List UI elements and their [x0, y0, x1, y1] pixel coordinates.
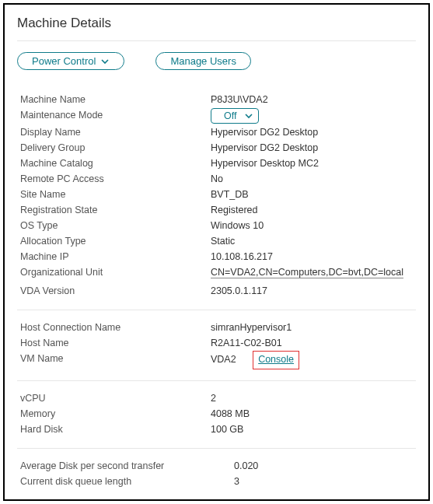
label-maintenance-mode: Maintenance Mode	[20, 107, 211, 124]
label-machine-catalog: Machine Catalog	[20, 156, 211, 171]
chevron-down-icon	[244, 111, 253, 121]
chevron-down-icon	[100, 57, 110, 66]
toolbar: Power Control Manage Users	[17, 52, 416, 70]
value-vcpu: 2	[211, 390, 216, 406]
manage-users-button[interactable]: Manage Users	[155, 52, 251, 70]
value-organizational-unit: CN=VDA2,CN=Computers,DC=bvt,DC=local	[211, 267, 403, 278]
value-vda-version: 2305.0.1.117	[211, 283, 267, 299]
value-machine-ip: 10.108.16.217	[211, 249, 273, 264]
label-vm-name: VM Name	[20, 351, 211, 369]
machine-details-panel: Machine Details Power Control Manage Use…	[3, 3, 430, 501]
divider	[17, 40, 416, 41]
section-resources: vCPU 2 Memory 4088 MB Hard Disk 100 GB	[17, 390, 416, 449]
label-registration-state: Registration State	[20, 202, 211, 218]
value-display-name: Hypervisor DG2 Desktop	[211, 124, 318, 140]
page-title: Machine Details	[17, 16, 416, 31]
value-delivery-group: Hypervisor DG2 Desktop	[211, 140, 318, 156]
value-host-name: R2A11-C02-B01	[211, 335, 282, 351]
label-current-disk-queue: Current disk queue length	[20, 474, 234, 489]
console-link[interactable]: Console	[258, 354, 294, 365]
value-os-type: Windows 10	[211, 218, 264, 233]
value-machine-name: P8J3U\VDA2	[211, 92, 268, 107]
label-machine-ip: Machine IP	[20, 249, 211, 264]
section-disk-stats: Average Disk per second transfer 0.020 C…	[17, 458, 416, 500]
label-avg-disk-transfer: Average Disk per second transfer	[20, 458, 234, 474]
label-machine-name: Machine Name	[20, 92, 211, 107]
label-vda-version: VDA Version	[20, 283, 211, 299]
value-current-disk-queue: 3	[234, 474, 239, 489]
value-vm-name: VDA2	[211, 354, 236, 365]
power-control-button[interactable]: Power Control	[17, 52, 124, 70]
label-hard-disk: Hard Disk	[20, 422, 211, 437]
label-allocation-type: Allocation Type	[20, 233, 211, 249]
value-hard-disk: 100 GB	[211, 422, 243, 437]
value-site-name: BVT_DB	[211, 187, 249, 202]
value-machine-catalog: Hypervisor Desktop MC2	[211, 156, 319, 171]
manage-users-label: Manage Users	[170, 55, 236, 67]
value-remote-pc-access: No	[211, 171, 223, 187]
value-registration-state: Registered	[211, 202, 257, 218]
section-machine: Machine Name P8J3U\VDA2 Maintenance Mode…	[17, 92, 416, 310]
value-allocation-type: Static	[211, 233, 235, 249]
console-link-highlight: Console	[253, 351, 299, 369]
value-avg-disk-transfer: 0.020	[234, 458, 258, 474]
maintenance-mode-value: Off	[224, 109, 236, 123]
label-organizational-unit: Organizational Unit	[20, 264, 211, 280]
section-host: Host Connection Name simranHypervisor1 H…	[17, 320, 416, 381]
value-memory: 4088 MB	[211, 406, 250, 422]
label-os-type: OS Type	[20, 218, 211, 233]
power-control-label: Power Control	[32, 55, 96, 67]
label-site-name: Site Name	[20, 187, 211, 202]
label-display-name: Display Name	[20, 124, 211, 140]
label-host-connection-name: Host Connection Name	[20, 320, 211, 335]
label-remote-pc-access: Remote PC Access	[20, 171, 211, 187]
value-host-connection-name: simranHypervisor1	[211, 320, 292, 335]
label-memory: Memory	[20, 406, 211, 422]
label-delivery-group: Delivery Group	[20, 140, 211, 156]
label-vcpu: vCPU	[20, 390, 211, 406]
label-host-name: Host Name	[20, 335, 211, 351]
maintenance-mode-select[interactable]: Off	[211, 108, 259, 124]
